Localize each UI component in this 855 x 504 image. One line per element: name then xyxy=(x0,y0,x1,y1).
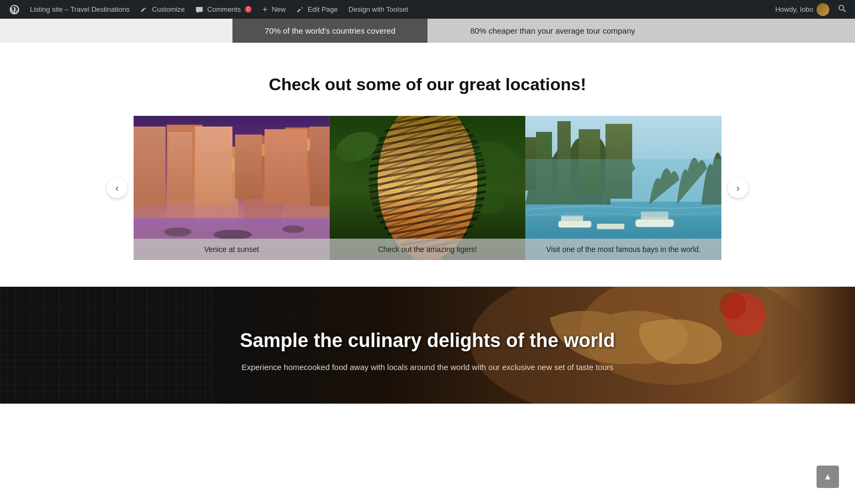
bay-caption: Visit one of the most famous bays in the… xyxy=(525,239,721,260)
venice-caption-text: Venice at sunset xyxy=(204,245,259,254)
svg-rect-17 xyxy=(270,149,280,162)
svg-rect-11 xyxy=(197,158,208,171)
bay-caption-text: Visit one of the most famous bays in the… xyxy=(546,245,701,254)
svg-rect-20 xyxy=(303,138,311,151)
slide-tiger: Check out the amazing tigers! xyxy=(330,116,526,260)
svg-point-39 xyxy=(434,154,439,160)
svg-rect-10 xyxy=(194,147,238,226)
edit-page-button[interactable]: Edit Page xyxy=(292,0,342,19)
svg-point-40 xyxy=(404,208,426,223)
wp-logo-icon xyxy=(10,5,19,14)
user-avatar xyxy=(817,3,829,16)
comments-count: 0 xyxy=(245,6,252,13)
next-icon: › xyxy=(736,183,740,194)
carousel-next-button[interactable]: › xyxy=(728,178,748,198)
svg-rect-15 xyxy=(246,147,254,159)
svg-rect-13 xyxy=(224,158,235,171)
svg-point-0 xyxy=(839,5,844,10)
svg-rect-48 xyxy=(597,224,624,229)
tiger-caption-text: Check out the amazing tigers! xyxy=(378,245,477,254)
svg-rect-50 xyxy=(641,211,669,219)
svg-rect-49 xyxy=(635,219,674,227)
svg-rect-60 xyxy=(0,287,214,404)
locations-section: Check out some of our great locations! ‹ xyxy=(0,43,855,287)
wp-logo-button[interactable] xyxy=(5,0,24,19)
prev-icon: ‹ xyxy=(115,183,119,194)
plus-icon: + xyxy=(262,5,267,14)
svg-point-36 xyxy=(414,152,423,163)
svg-rect-19 xyxy=(287,141,298,155)
customize-icon xyxy=(140,6,147,13)
svg-point-29 xyxy=(395,116,462,137)
comments-icon xyxy=(196,6,203,13)
customize-label: Customize xyxy=(152,5,184,13)
design-toolset-label: Design with Toolset xyxy=(348,5,408,13)
food-subtitle: Experience homecooked food away with loc… xyxy=(242,363,613,372)
svg-rect-8 xyxy=(169,136,177,147)
svg-rect-18 xyxy=(285,128,329,226)
stat-left-text: 70% of the world's countries covered xyxy=(265,26,395,35)
stat-right-text: 80% cheaper than your average tour compa… xyxy=(470,26,635,35)
howdy-label: Howdy, Iobo xyxy=(775,5,813,13)
food-section: Sample the culinary delights of the worl… xyxy=(0,287,855,404)
admin-bar: Listing site – Travel Destinations Custo… xyxy=(0,0,855,19)
svg-rect-14 xyxy=(244,136,282,226)
design-toolset-button[interactable]: Design with Toolset xyxy=(344,0,413,19)
slide-venice: Venice at sunset xyxy=(134,116,330,260)
svg-rect-16 xyxy=(258,144,266,156)
venice-caption: Venice at sunset xyxy=(134,239,330,260)
svg-rect-5 xyxy=(146,138,152,149)
stats-bar: 70% of the world's countries covered 80%… xyxy=(0,19,855,43)
slide-bay: Visit one of the most famous bays in the… xyxy=(525,116,721,260)
carousel-slides: Venice at sunset xyxy=(134,116,721,260)
tiger-caption: Check out the amazing tigers! xyxy=(330,239,526,260)
edit-page-label: Edit Page xyxy=(308,5,338,13)
svg-point-37 xyxy=(432,152,440,163)
search-icon[interactable] xyxy=(835,4,850,15)
svg-point-41 xyxy=(430,209,449,222)
svg-rect-3 xyxy=(134,130,164,218)
avatar-image xyxy=(817,3,829,16)
carousel: ‹ xyxy=(134,116,721,260)
site-name-label: Listing site – Travel Destinations xyxy=(30,5,129,13)
svg-rect-47 xyxy=(561,215,583,220)
svg-rect-7 xyxy=(167,125,203,221)
stat-left: 70% of the world's countries covered xyxy=(232,19,428,43)
new-content-button[interactable]: + New xyxy=(258,0,290,19)
page-wrapper: 70% of the world's countries covered 80%… xyxy=(0,19,855,404)
carousel-prev-button[interactable]: ‹ xyxy=(107,178,127,198)
user-howdy[interactable]: Howdy, Iobo xyxy=(775,3,829,16)
svg-point-25 xyxy=(282,225,304,233)
svg-rect-21 xyxy=(315,144,325,158)
svg-rect-12 xyxy=(213,155,221,167)
customize-button[interactable]: Customize xyxy=(136,0,189,19)
comments-button[interactable]: Comments 0 xyxy=(191,0,256,19)
svg-rect-6 xyxy=(154,144,161,155)
svg-point-35 xyxy=(407,141,448,179)
svg-line-1 xyxy=(843,10,845,12)
svg-point-38 xyxy=(417,154,421,160)
svg-point-64 xyxy=(719,292,746,319)
edit-page-icon xyxy=(297,6,304,13)
svg-point-23 xyxy=(164,227,191,236)
svg-rect-46 xyxy=(558,221,592,227)
svg-rect-4 xyxy=(136,141,143,152)
comments-label: Comments xyxy=(207,5,241,13)
section-title: Check out some of our great locations! xyxy=(0,75,855,94)
site-name-button[interactable]: Listing site – Travel Destinations xyxy=(26,0,134,19)
svg-point-34 xyxy=(397,155,457,232)
svg-rect-9 xyxy=(182,133,190,144)
food-title: Sample the culinary delights of the worl… xyxy=(240,329,615,352)
new-label: New xyxy=(272,5,286,13)
stat-right: 80% cheaper than your average tour compa… xyxy=(428,19,855,43)
